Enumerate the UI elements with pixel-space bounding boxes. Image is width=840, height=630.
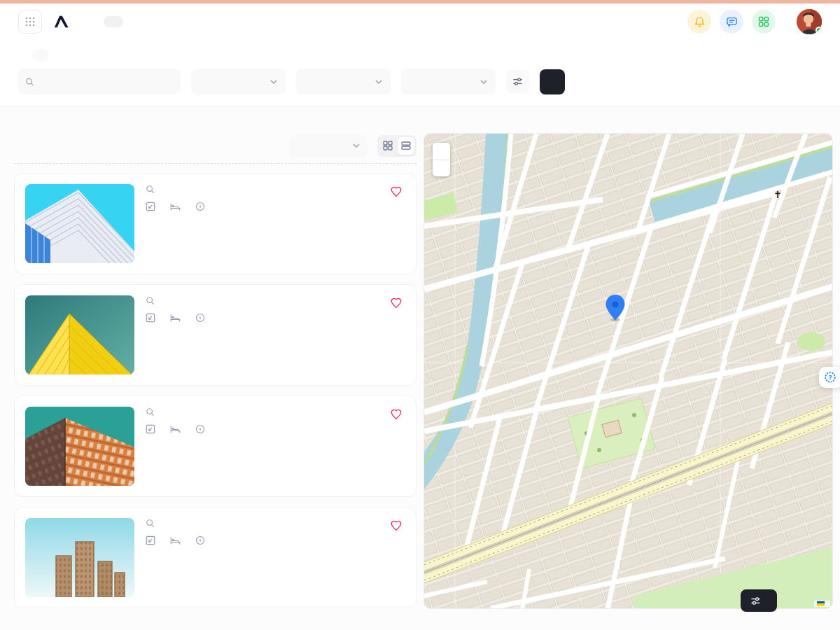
search-icon (146, 185, 155, 194)
list-view-button[interactable] (398, 137, 414, 155)
bed-icon (170, 425, 181, 433)
nav-home[interactable] (104, 16, 123, 27)
favorite-button[interactable] (389, 296, 403, 312)
chevron-down-icon (480, 80, 487, 84)
favorite-button[interactable] (389, 407, 403, 424)
chevron-down-icon (270, 80, 277, 84)
search-icon (146, 407, 155, 416)
photo-yellow-pyramid (25, 295, 134, 374)
area-spec (146, 536, 159, 545)
grid-view-icon (383, 141, 393, 150)
question-badge-icon: ? (824, 371, 836, 384)
tab-buy[interactable] (32, 50, 49, 61)
messages-button[interactable] (720, 10, 743, 34)
four-squares-icon (758, 16, 769, 27)
listing-card[interactable] (14, 173, 416, 274)
favorite-button[interactable] (389, 519, 403, 535)
list-view-icon (401, 141, 411, 150)
tab-business-space[interactable] (77, 50, 94, 61)
brand-logo[interactable] (53, 13, 76, 30)
nav-help[interactable] (175, 16, 195, 27)
results-panel (14, 132, 416, 608)
search-button[interactable] (540, 69, 565, 94)
area-icon (146, 313, 155, 323)
sliders-icon (750, 596, 761, 606)
copyright (18, 616, 21, 626)
bell-icon (694, 16, 706, 28)
energy-icon (195, 202, 205, 211)
more-filters-button[interactable] (506, 70, 529, 93)
energy-spec (195, 424, 209, 434)
heart-icon (389, 407, 403, 421)
search-filters (0, 40, 840, 106)
heart-icon (389, 185, 403, 198)
heart-icon (389, 519, 403, 532)
apps-grid-button[interactable] (18, 10, 42, 34)
dots-grid-icon (24, 16, 36, 27)
customize-button[interactable] (741, 589, 777, 612)
energy-icon (195, 313, 205, 323)
listing-photo (25, 518, 134, 597)
listing-photo (25, 295, 134, 374)
church-icon: ✝ (774, 189, 782, 200)
area-icon (146, 536, 155, 545)
area-spec (146, 202, 159, 211)
favorite-button[interactable] (389, 185, 403, 201)
tab-new-construction[interactable] (55, 50, 71, 61)
photo-orange-building (25, 407, 134, 486)
divider (14, 163, 416, 164)
search-icon (146, 519, 155, 528)
view-toggle (377, 135, 416, 157)
grid-view-button[interactable] (379, 137, 396, 155)
bed-icon (170, 314, 181, 322)
energy-spec (195, 202, 209, 211)
map[interactable]: ✝ (424, 133, 833, 609)
area-icon (146, 202, 155, 211)
map-attribution (814, 601, 830, 607)
bed-icon (170, 536, 181, 545)
beds-spec (170, 314, 184, 322)
listing-card[interactable] (14, 396, 416, 497)
online-status-dot (816, 27, 822, 34)
metronic-logo-icon (53, 13, 70, 30)
chevron-down-icon (353, 144, 360, 148)
beds-spec (170, 536, 184, 545)
area-spec (146, 424, 159, 434)
search-icon (25, 77, 34, 87)
nav-apps[interactable] (151, 16, 171, 27)
sliders-icon (512, 76, 523, 87)
map-zoom-control (433, 143, 450, 176)
listing-card[interactable] (14, 507, 416, 608)
svg-text:?: ? (828, 374, 832, 381)
price-select[interactable] (296, 69, 391, 94)
property-type-select[interactable] (191, 69, 286, 94)
listing-card[interactable] (14, 284, 416, 386)
ukraine-flag-icon (817, 601, 825, 606)
footer (0, 612, 840, 630)
sort-select[interactable] (289, 134, 368, 158)
energy-spec (195, 313, 209, 323)
map-canvas: ✝ (424, 134, 833, 609)
energy-icon (195, 424, 205, 434)
listings (14, 173, 416, 608)
bed-icon (170, 202, 181, 211)
location-input[interactable] (40, 76, 174, 87)
tab-rent[interactable] (10, 50, 27, 61)
nav-pages[interactable] (127, 16, 147, 27)
beds-select[interactable] (401, 69, 496, 94)
notifications-button[interactable] (687, 10, 711, 34)
help-floating-button[interactable]: ? (819, 367, 840, 388)
search-icon (146, 296, 155, 305)
beds-spec (170, 202, 184, 211)
zoom-out-button[interactable] (433, 160, 450, 176)
zoom-in-button[interactable] (433, 143, 450, 160)
area-icon (146, 424, 155, 434)
chevron-down-icon (375, 80, 382, 84)
heart-icon (389, 296, 403, 309)
listing-photo (25, 184, 134, 263)
beds-spec (170, 425, 184, 433)
quick-apps-button[interactable] (752, 10, 776, 34)
avatar[interactable] (797, 9, 822, 34)
energy-icon (195, 536, 205, 545)
deal-type-tabs (10, 50, 822, 61)
